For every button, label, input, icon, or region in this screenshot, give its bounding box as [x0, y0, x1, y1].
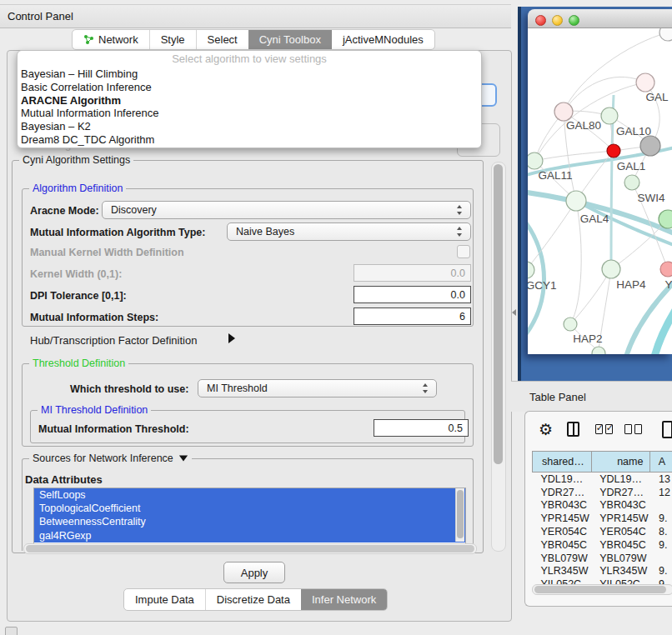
- table-cell: YDR27…: [591, 486, 650, 499]
- mi-algorithm-type-select[interactable]: Naive Bayes: [227, 222, 471, 241]
- panel-resize-arrow-icon[interactable]: [512, 309, 516, 316]
- deselect-all-checkbox-icon[interactable]: [634, 424, 642, 434]
- table-cell: 9.: [650, 565, 672, 578]
- tab-label: Network: [98, 33, 138, 46]
- node-label: GCY1: [528, 279, 556, 292]
- attribute-item[interactable]: SelfLoops: [34, 488, 465, 502]
- node-attribute-table[interactable]: shared…nameAYDL19…YDL19…13YDR27…YDR27…12…: [532, 451, 672, 591]
- tab-cyni-toolbox[interactable]: Cyni Toolbox: [248, 30, 332, 49]
- tab-discretize-data[interactable]: Discretize Data: [205, 589, 301, 610]
- network-node-gal1[interactable]: [640, 136, 660, 156]
- bottom-tabbar: Impute DataDiscretize DataInfer Network: [123, 588, 388, 611]
- sources-collapse-arrow-icon[interactable]: [179, 456, 188, 462]
- which-threshold-select[interactable]: MI Threshold: [198, 379, 437, 398]
- algorithm-option[interactable]: Bayesian – Hill Climbing: [18, 68, 481, 81]
- attributes-scrollbar[interactable]: [455, 488, 464, 542]
- table-row[interactable]: YDR27…YDR27…12: [533, 486, 672, 499]
- algorithm-option[interactable]: Mutual Information Inference: [18, 107, 481, 120]
- network-node-gal[interactable]: [636, 73, 654, 92]
- settings-scrollbar-thumb[interactable]: [494, 164, 503, 464]
- table-cell: YER054C: [591, 525, 650, 538]
- stepper-arrows-icon: [457, 205, 463, 215]
- network-node-hap4[interactable]: [602, 260, 620, 278]
- network-view-window: GALGAL80GAL10GAL1GAL11SWI4GAL4GCY1HAP4YH…: [528, 9, 672, 354]
- table-row[interactable]: YBR043CYBR043C: [533, 499, 672, 512]
- dpi-tolerance-field[interactable]: 0.0: [354, 286, 471, 303]
- node-label: GAL80: [566, 119, 601, 132]
- tab-network[interactable]: Network: [73, 30, 149, 49]
- network-node[interactable]: [592, 347, 605, 354]
- algorithm-option[interactable]: Bayesian – K2: [18, 120, 481, 133]
- algorithm-option[interactable]: Basic Correlation Inference: [18, 81, 481, 94]
- select-all-checkbox-icon[interactable]: [605, 424, 613, 434]
- minimize-traffic-light-icon[interactable]: [552, 15, 563, 26]
- table-row[interactable]: YER054CYER054C8.: [533, 525, 672, 538]
- settings-scrollbar-track[interactable]: [491, 162, 506, 552]
- tab-select[interactable]: Select: [196, 30, 248, 49]
- table-row[interactable]: YBR045CYBR045C9.: [533, 538, 672, 552]
- kernel-width-field[interactable]: 0.0: [354, 264, 471, 282]
- network-node[interactable]: [607, 144, 620, 158]
- algorithm-option[interactable]: Dream8 DC_TDC Algorithm: [18, 133, 481, 147]
- manual-kernel-checkbox[interactable]: [457, 245, 470, 258]
- network-node-gcy1[interactable]: [528, 262, 534, 278]
- table-cell: YPR145W: [533, 512, 592, 525]
- table-panel-titlebar: Table Panel: [511, 381, 672, 412]
- attribute-item[interactable]: gal4RGexp: [34, 529, 465, 542]
- table-row[interactable]: YLR345WYLR345W9.: [533, 565, 672, 578]
- table-toolbar: ⚙: [532, 420, 672, 438]
- select-all-checkbox-icon[interactable]: [595, 424, 603, 434]
- network-node-gal10[interactable]: [601, 108, 618, 124]
- minimized-widget-icon[interactable]: [5, 627, 18, 635]
- stepper-arrows-icon: [423, 383, 429, 393]
- table-cell: 8.: [650, 525, 672, 538]
- network-canvas[interactable]: GALGAL80GAL10GAL1GAL11SWI4GAL4GCY1HAP4YH…: [528, 28, 672, 354]
- table-cell: YLR345W: [533, 565, 592, 578]
- table-row[interactable]: YBL079WYBL079W: [533, 552, 672, 565]
- export-table-icon[interactable]: [662, 421, 672, 438]
- table-hscrollbar[interactable]: [532, 584, 672, 595]
- mi-threshold-field[interactable]: 0.5: [374, 419, 469, 437]
- network-node-gal80[interactable]: [554, 102, 573, 121]
- network-node-gal11[interactable]: [528, 152, 543, 169]
- tab-style[interactable]: Style: [149, 30, 196, 49]
- close-traffic-light-icon[interactable]: [535, 15, 546, 26]
- network-node[interactable]: [659, 28, 672, 41]
- mi-threshold-label: Mutual Information Threshold:: [38, 423, 189, 435]
- gear-icon[interactable]: ⚙: [539, 422, 553, 438]
- table-cell: YBL079W: [591, 552, 650, 565]
- attribute-item[interactable]: BetweennessCentrality: [34, 515, 465, 528]
- table-row[interactable]: YPR145WYPR145W9.: [533, 512, 672, 525]
- aracne-mode-select[interactable]: Discovery: [102, 201, 471, 219]
- table-cell: [650, 552, 672, 565]
- apply-button[interactable]: Apply: [223, 562, 285, 583]
- hub-expand-arrow-icon[interactable]: [228, 333, 235, 343]
- network-node-y[interactable]: [660, 262, 672, 277]
- attributes-hscrollbar[interactable]: [23, 543, 477, 554]
- network-window-titlebar[interactable]: [528, 9, 672, 28]
- network-node-gal4[interactable]: [566, 191, 586, 211]
- attribute-item[interactable]: TopologicalCoefficient: [34, 502, 465, 515]
- network-node[interactable]: [659, 210, 672, 228]
- data-attributes-list[interactable]: SelfLoopsTopologicalCoefficientBetweenne…: [33, 488, 466, 544]
- aracne-mode-value: Discovery: [111, 204, 157, 216]
- column-header[interactable]: shared…: [533, 452, 592, 472]
- node-label: GAL1: [617, 160, 646, 172]
- column-header[interactable]: A: [650, 452, 672, 472]
- mi-steps-field[interactable]: 6: [354, 308, 471, 325]
- node-label: GAL: [645, 91, 669, 103]
- tab-infer-network[interactable]: Infer Network: [301, 589, 387, 610]
- network-node-swi4[interactable]: [624, 175, 639, 190]
- node-label: HAP4: [616, 278, 646, 291]
- tab-label: Style: [161, 33, 185, 46]
- column-header[interactable]: name: [591, 452, 650, 472]
- network-node-hap2[interactable]: [564, 318, 577, 331]
- tab-impute-data[interactable]: Impute Data: [124, 589, 205, 610]
- table-cell: YDL19…: [591, 472, 650, 486]
- zoom-traffic-light-icon[interactable]: [569, 15, 579, 26]
- deselect-all-checkbox-icon[interactable]: [624, 424, 632, 434]
- tab-jactivemnodules[interactable]: jActiveMNodules: [332, 30, 434, 49]
- columns-icon[interactable]: [567, 422, 579, 437]
- table-row[interactable]: YDL19…YDL19…13: [533, 472, 672, 486]
- algorithm-option[interactable]: ARACNE Algorithm: [18, 94, 481, 108]
